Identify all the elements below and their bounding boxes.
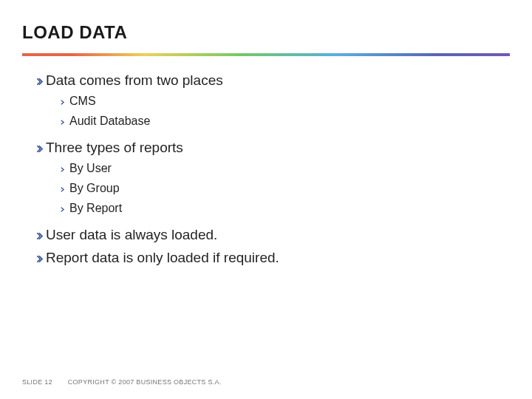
- slide-number: SLIDE 12: [22, 378, 52, 386]
- slide: LOAD DATA Data comes from two places CMS…: [0, 0, 532, 399]
- content: Data comes from two places CMS Audit Dat…: [22, 69, 510, 269]
- bullet-text: Three types of reports: [46, 137, 183, 158]
- bullet-text: CMS: [69, 92, 96, 111]
- slide-title: LOAD DATA: [22, 22, 510, 43]
- bullet-arrow-icon: [61, 180, 69, 198]
- bullet-arrow-icon: [37, 137, 46, 158]
- bullet-l2: By Report: [22, 200, 510, 218]
- bullet-l1: Data comes from two places: [22, 69, 510, 91]
- footer: SLIDE 12 COPYRIGHT © 2007 BUSINESS OBJEC…: [22, 378, 222, 386]
- bullet-l1: Three types of reports: [22, 137, 510, 158]
- bullet-text: Audit Database: [69, 112, 150, 131]
- bullet-arrow-icon: [61, 112, 69, 131]
- bullet-text: Report data is only loaded if required.: [46, 247, 279, 268]
- bullet-arrow-icon: [37, 247, 46, 268]
- bullet-text: Data comes from two places: [46, 69, 223, 91]
- copyright: COPYRIGHT © 2007 BUSINESS OBJECTS S.A.: [68, 378, 222, 386]
- bullet-text: User data is always loaded.: [46, 224, 217, 245]
- bullet-arrow-icon: [61, 160, 69, 178]
- bullet-arrow-icon: [61, 200, 69, 218]
- bullet-l2: By User: [22, 160, 510, 178]
- bullet-arrow-icon: [37, 69, 46, 91]
- bullet-arrow-icon: [37, 224, 46, 245]
- bullet-text: By Group: [69, 180, 120, 198]
- bullet-text: By Report: [69, 200, 122, 218]
- bullet-arrow-icon: [61, 92, 69, 111]
- bullet-l2: By Group: [22, 180, 510, 198]
- bullet-text: By User: [69, 160, 112, 178]
- bullet-l2: CMS: [22, 92, 510, 111]
- bullet-l1: Report data is only loaded if required.: [22, 247, 510, 268]
- divider: [22, 53, 510, 56]
- bullet-l1: User data is always loaded.: [22, 224, 510, 245]
- bullet-l2: Audit Database: [22, 112, 510, 131]
